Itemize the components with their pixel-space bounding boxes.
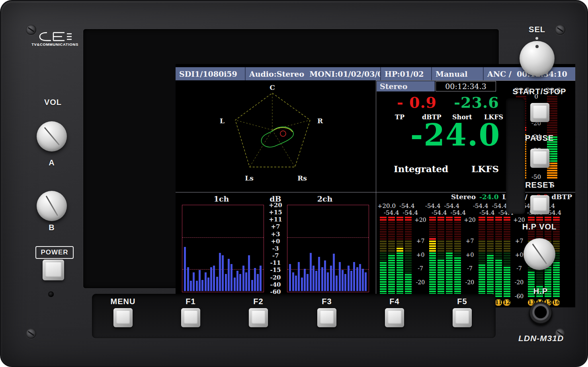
spectrum-bar bbox=[327, 272, 329, 291]
meter-segment bbox=[405, 243, 412, 245]
meter-segment bbox=[495, 272, 502, 273]
power-button[interactable] bbox=[43, 260, 64, 280]
meter-segment bbox=[405, 288, 412, 290]
meter-segment bbox=[397, 248, 403, 249]
volume-b-knob[interactable] bbox=[37, 191, 67, 221]
meter-segment bbox=[504, 286, 510, 287]
meter-segment bbox=[380, 217, 387, 218]
reset-button[interactable] bbox=[530, 195, 549, 214]
spectrum-bar bbox=[359, 264, 361, 291]
meter-segment bbox=[479, 286, 485, 287]
meter-segment bbox=[504, 267, 510, 268]
spectrum-bar bbox=[228, 259, 230, 291]
spectrum-bar bbox=[292, 272, 294, 291]
meter-segment bbox=[446, 255, 453, 256]
meter-segment bbox=[429, 243, 436, 245]
meter-segment bbox=[487, 288, 494, 290]
meter-segment bbox=[495, 243, 502, 245]
meter-segment bbox=[479, 267, 485, 268]
f1-button[interactable] bbox=[181, 308, 200, 327]
meter-segment bbox=[429, 238, 436, 240]
peak-pair: -54.4-54.4 bbox=[384, 209, 432, 216]
integrated-value: -24.0 bbox=[398, 117, 513, 153]
meter-segment bbox=[479, 221, 485, 223]
meter-segment bbox=[495, 250, 502, 252]
meter-segment bbox=[487, 241, 494, 242]
surround-label-l: L bbox=[216, 117, 228, 125]
meter-segment bbox=[405, 264, 412, 266]
meter-segment bbox=[438, 291, 444, 292]
meter-segment bbox=[479, 241, 485, 242]
meter-segment bbox=[397, 281, 403, 283]
meter-segment bbox=[438, 236, 444, 237]
meter-segment bbox=[479, 231, 485, 233]
meter-segment bbox=[429, 264, 436, 266]
meter-segment bbox=[397, 250, 403, 252]
spectrum-bars-2ch bbox=[288, 206, 368, 291]
meter-segment bbox=[504, 233, 510, 235]
meter-segment bbox=[380, 257, 387, 259]
pause-button[interactable] bbox=[530, 149, 549, 168]
f5-button[interactable] bbox=[453, 308, 472, 327]
meter-segment bbox=[479, 236, 485, 237]
meter-segment bbox=[495, 245, 502, 247]
f4-button[interactable] bbox=[385, 308, 404, 327]
start-stop-button[interactable] bbox=[530, 103, 549, 122]
spectrum-bar bbox=[321, 267, 323, 291]
level-scale-tick: +20 bbox=[412, 217, 428, 223]
meter-segment bbox=[429, 279, 436, 280]
menu-button[interactable] bbox=[113, 308, 133, 327]
meter-segment bbox=[446, 233, 453, 235]
meter-segment bbox=[388, 255, 395, 256]
meter-segment bbox=[553, 274, 560, 276]
meter-segment bbox=[547, 124, 557, 126]
spectrum-bar bbox=[353, 262, 355, 291]
status-input: SDI1/1080i59 bbox=[176, 67, 246, 80]
meter-segment bbox=[504, 255, 510, 256]
meter-segment bbox=[405, 260, 412, 261]
meter-segment bbox=[504, 243, 510, 245]
meter-segment bbox=[429, 291, 436, 292]
db-scale-tick: -11 bbox=[270, 259, 281, 266]
meter-segment bbox=[504, 264, 510, 266]
transport-button-strip bbox=[506, 98, 525, 214]
meter-segment bbox=[495, 286, 502, 287]
meter-segment bbox=[388, 288, 395, 290]
f3-label: F3 bbox=[309, 297, 345, 306]
level-scale-tick: +7 bbox=[462, 238, 478, 244]
volume-a-knob[interactable] bbox=[37, 121, 67, 151]
meter-segment bbox=[495, 229, 502, 230]
meter-segment bbox=[429, 269, 436, 271]
meter-segment bbox=[405, 245, 412, 247]
f3-button[interactable] bbox=[317, 308, 336, 327]
meter-segment bbox=[438, 219, 444, 221]
meter-segment bbox=[495, 295, 502, 297]
meter-segment bbox=[504, 274, 510, 276]
meter-segment bbox=[454, 231, 461, 233]
meter-segment bbox=[388, 252, 395, 254]
meter-segment bbox=[405, 281, 412, 283]
meter-segment bbox=[397, 264, 403, 266]
spectrum-bar bbox=[324, 260, 326, 291]
f2-button[interactable] bbox=[249, 308, 268, 327]
meter-segment bbox=[454, 288, 461, 290]
meter-segment bbox=[429, 255, 436, 256]
meter-segment bbox=[388, 267, 395, 268]
meter-segment bbox=[446, 231, 453, 233]
meter-segment bbox=[438, 231, 444, 233]
meter-segment bbox=[397, 262, 403, 264]
meter-segment bbox=[397, 245, 403, 247]
menu-label: MENU bbox=[105, 297, 141, 306]
meter-segment bbox=[553, 219, 560, 221]
spectrum-bar bbox=[342, 270, 344, 291]
sel-knob[interactable] bbox=[520, 41, 555, 76]
meter-segment bbox=[528, 274, 535, 276]
headphone-jack[interactable] bbox=[529, 302, 552, 325]
meter-segment bbox=[495, 224, 502, 225]
meter-segment bbox=[380, 279, 387, 280]
meter-segment bbox=[446, 262, 453, 264]
meter-segment bbox=[405, 272, 412, 273]
meter-segment bbox=[380, 267, 387, 268]
meter-segment bbox=[388, 257, 395, 259]
hp-vol-knob[interactable] bbox=[524, 238, 555, 270]
